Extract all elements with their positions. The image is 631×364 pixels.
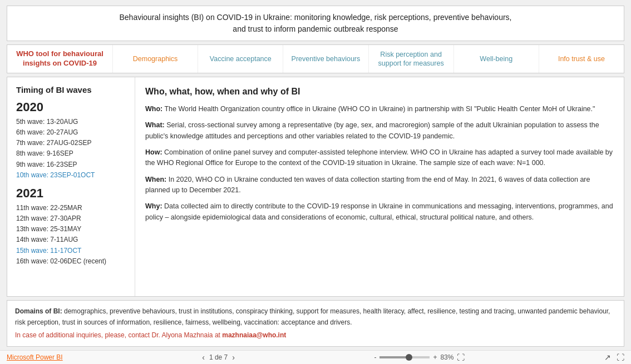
zoom-minus-button[interactable]: -: [374, 353, 376, 361]
fullscreen-icon[interactable]: ⛶: [457, 353, 465, 362]
wave-item: 13th wave: 25-31MAY: [16, 224, 126, 235]
who-paragraph: Who: The World Health Organization count…: [145, 104, 614, 114]
wave-item: 14th wave: 7-11AUG: [16, 235, 126, 245]
nav-tabs: Demographics Vaccine acceptance Preventi…: [113, 45, 624, 73]
zoom-slider-fill: [379, 356, 407, 358]
prev-page-button[interactable]: ‹: [202, 353, 205, 362]
what-paragraph: What: Serial, cross-sectional survey amo…: [145, 120, 614, 142]
why-paragraph: Why: Data collected aim to directly cont…: [145, 201, 614, 223]
nav-brand: WHO tool for behavioural insights on COV…: [7, 45, 113, 73]
how-text: Combination of online panel survey and c…: [145, 148, 613, 167]
wave-item: 6th wave: 20-27AUG: [16, 127, 126, 138]
right-heading: Who, what, how, when and why of BI: [145, 85, 614, 98]
wave-item: 8th wave: 9-16SEP: [16, 148, 126, 159]
how-paragraph: How: Combination of online panel survey …: [145, 147, 614, 169]
footer-nav: ‹ 1 de 7 ›: [202, 353, 235, 362]
zoom-thumb[interactable]: [406, 354, 412, 361]
wave-item: 16th wave: 02-06DEC (recent): [16, 256, 126, 267]
when-label: When:: [145, 176, 166, 183]
zoom-percent-label: 83%: [440, 353, 453, 361]
who-text: The World Health Organization country of…: [164, 105, 595, 113]
left-heading: Timing of BI waves: [16, 85, 126, 94]
next-page-button[interactable]: ›: [232, 353, 235, 362]
what-label: What:: [145, 121, 165, 129]
who-label: Who:: [145, 105, 162, 113]
expand-icon[interactable]: ⛶: [617, 353, 624, 362]
wave-item: 5th wave: 13-20AUG: [16, 117, 126, 127]
wave-item: 11th wave: 22-25MAR: [16, 203, 126, 213]
tab-demographics[interactable]: Demographics: [113, 45, 198, 73]
waves-2021: 11th wave: 22-25MAR12th wave: 27-30APR13…: [16, 203, 126, 267]
year-2020: 2020: [16, 100, 126, 114]
contact-line: In case of additional inquiries, please,…: [15, 330, 616, 341]
footer-zoom: - + 83% ⛶: [374, 353, 465, 362]
tab-info[interactable]: Info trust & use: [539, 45, 624, 73]
waves-2020: 5th wave: 13-20AUG6th wave: 20-27AUG7th …: [16, 117, 126, 181]
right-panel: Who, what, how, when and why of BI Who: …: [135, 77, 624, 297]
title-box: Behavioural insights (BI) on COVID-19 in…: [7, 6, 624, 41]
tab-preventive[interactable]: Preventive behaviours: [283, 45, 368, 73]
wave-item: 12th wave: 27-30APR: [16, 213, 126, 224]
wave-item: 15th wave: 11-17OCT: [16, 246, 126, 256]
year-2021: 2021: [16, 186, 126, 201]
left-panel: Timing of BI waves 2020 5th wave: 13-20A…: [7, 77, 135, 297]
footer-bar: Microsoft Power BI ‹ 1 de 7 › - + 83% ⛶ …: [0, 350, 631, 364]
page-indicator: 1 de 7: [209, 353, 228, 361]
content-row: Timing of BI waves 2020 5th wave: 13-20A…: [7, 77, 624, 297]
share-icon[interactable]: ↗: [604, 353, 611, 362]
when-paragraph: When: In 2020, WHO CO in Ukraine conduct…: [145, 174, 614, 196]
tab-wellbeing[interactable]: Well-being: [454, 45, 539, 73]
title-line1: Behavioural insights (BI) on COVID-19 in…: [119, 13, 511, 22]
tab-risk[interactable]: Risk perception and support for measures: [369, 45, 454, 73]
domains-line: Domains of BI: demographics, preventive …: [15, 306, 616, 327]
tab-vaccine[interactable]: Vaccine acceptance: [198, 45, 283, 73]
domains-text: demographics, preventive behaviours, tru…: [15, 307, 610, 326]
powerbi-link[interactable]: Microsoft Power BI: [7, 353, 63, 361]
contact-email: mazhnaiaa@who.int: [222, 331, 286, 339]
wave-item: 10th wave: 23SEP-01OCT: [16, 170, 126, 181]
domains-label: Domains of BI:: [15, 307, 62, 315]
wave-item: 7th wave: 27AUG-02SEP: [16, 138, 126, 148]
why-text: Data collected aim to directly contribut…: [145, 202, 613, 221]
bottom-box: Domains of BI: demographics, preventive …: [7, 300, 624, 347]
contact-text: In case of additional inquiries, please,…: [15, 331, 222, 339]
what-text: Serial, cross-sectional survey among a r…: [145, 121, 599, 139]
title-line2: and trust to inform pandemic outbreak re…: [233, 24, 398, 33]
nav-row: WHO tool for behavioural insights on COV…: [7, 44, 624, 73]
why-label: Why:: [145, 202, 162, 210]
when-text: In 2020, WHO CO in Ukraine conducted ten…: [145, 176, 590, 194]
how-label: How:: [145, 148, 162, 156]
wave-item: 9th wave: 16-23SEP: [16, 159, 126, 170]
footer-icons: ↗ ⛶: [604, 353, 624, 362]
zoom-plus-button[interactable]: +: [433, 353, 437, 361]
zoom-slider[interactable]: [379, 356, 430, 358]
